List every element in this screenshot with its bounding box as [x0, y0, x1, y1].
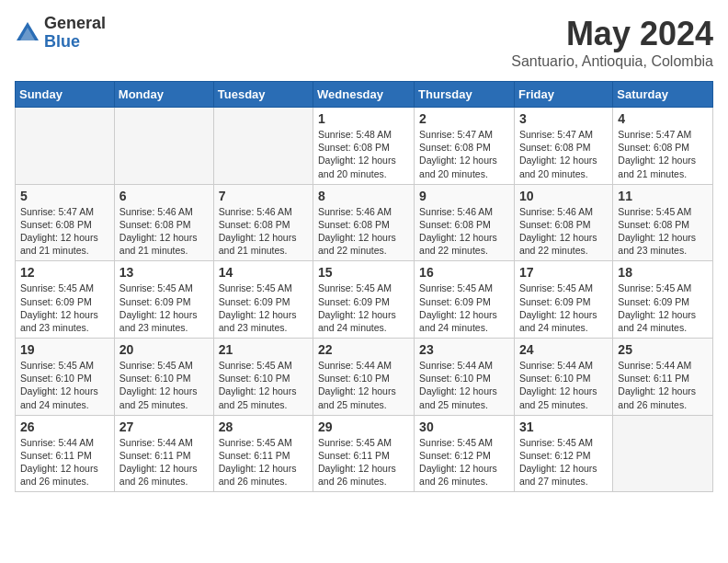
- day-number: 9: [419, 189, 509, 203]
- day-number: 2: [419, 111, 509, 126]
- day-number: 14: [219, 265, 308, 280]
- day-number: 25: [618, 342, 708, 357]
- day-info: Sunrise: 5:47 AM Sunset: 6:08 PM Dayligh…: [519, 128, 608, 180]
- calendar-cell: 3Sunrise: 5:47 AM Sunset: 6:08 PM Daylig…: [514, 108, 612, 185]
- day-number: 13: [119, 265, 209, 280]
- logo: General Blue: [15, 15, 106, 52]
- calendar-cell: 14Sunrise: 5:45 AM Sunset: 6:09 PM Dayli…: [213, 261, 313, 339]
- day-number: 5: [20, 189, 109, 203]
- day-info: Sunrise: 5:48 AM Sunset: 6:08 PM Dayligh…: [318, 128, 409, 180]
- calendar-cell: 9Sunrise: 5:46 AM Sunset: 6:08 PM Daylig…: [415, 184, 515, 261]
- calendar-cell: 7Sunrise: 5:46 AM Sunset: 6:08 PM Daylig…: [213, 184, 313, 261]
- day-number: 21: [219, 342, 308, 357]
- day-info: Sunrise: 5:45 AM Sunset: 6:10 PM Dayligh…: [20, 359, 109, 411]
- day-info: Sunrise: 5:45 AM Sunset: 6:11 PM Dayligh…: [219, 436, 308, 488]
- logo-blue: Blue: [44, 33, 106, 52]
- weekday-header-saturday: Saturday: [613, 82, 713, 108]
- day-info: Sunrise: 5:44 AM Sunset: 6:11 PM Dayligh…: [119, 436, 209, 488]
- day-info: Sunrise: 5:45 AM Sunset: 6:09 PM Dayligh…: [219, 282, 308, 334]
- day-number: 26: [20, 419, 109, 434]
- day-number: 17: [519, 265, 608, 280]
- location-title: Santuario, Antioquia, Colombia: [511, 53, 713, 70]
- calendar-cell: 22Sunrise: 5:44 AM Sunset: 6:10 PM Dayli…: [313, 339, 415, 416]
- day-info: Sunrise: 5:45 AM Sunset: 6:10 PM Dayligh…: [119, 359, 209, 411]
- calendar-cell: 2Sunrise: 5:47 AM Sunset: 6:08 PM Daylig…: [415, 108, 515, 185]
- day-info: Sunrise: 5:45 AM Sunset: 6:11 PM Dayligh…: [318, 436, 409, 488]
- logo-general: General: [44, 15, 106, 33]
- weekday-header-sunday: Sunday: [16, 82, 115, 108]
- day-number: 27: [119, 419, 209, 434]
- calendar-cell: 16Sunrise: 5:45 AM Sunset: 6:09 PM Dayli…: [415, 261, 515, 339]
- day-info: Sunrise: 5:44 AM Sunset: 6:11 PM Dayligh…: [618, 359, 708, 411]
- day-number: 28: [219, 419, 308, 434]
- day-number: 20: [119, 342, 209, 357]
- day-info: Sunrise: 5:46 AM Sunset: 6:08 PM Dayligh…: [519, 205, 608, 258]
- title-area: May 2024 Santuario, Antioquia, Colombia: [511, 15, 713, 70]
- day-number: 22: [318, 342, 409, 357]
- calendar-cell: [213, 108, 313, 185]
- day-info: Sunrise: 5:45 AM Sunset: 6:12 PM Dayligh…: [519, 436, 608, 488]
- calendar-cell: 23Sunrise: 5:44 AM Sunset: 6:10 PM Dayli…: [415, 339, 515, 416]
- calendar-cell: 20Sunrise: 5:45 AM Sunset: 6:10 PM Dayli…: [114, 339, 213, 416]
- week-row-2: 5Sunrise: 5:47 AM Sunset: 6:08 PM Daylig…: [16, 184, 713, 261]
- day-info: Sunrise: 5:44 AM Sunset: 6:10 PM Dayligh…: [519, 359, 608, 411]
- calendar-cell: [613, 415, 713, 492]
- day-number: 12: [20, 265, 109, 280]
- day-number: 29: [318, 419, 409, 434]
- day-info: Sunrise: 5:47 AM Sunset: 6:08 PM Dayligh…: [419, 128, 509, 180]
- calendar-table: SundayMondayTuesdayWednesdayThursdayFrid…: [15, 81, 713, 492]
- calendar-cell: 19Sunrise: 5:45 AM Sunset: 6:10 PM Dayli…: [16, 339, 115, 416]
- calendar-cell: 28Sunrise: 5:45 AM Sunset: 6:11 PM Dayli…: [213, 415, 313, 492]
- day-info: Sunrise: 5:45 AM Sunset: 6:09 PM Dayligh…: [618, 282, 708, 334]
- calendar-cell: 26Sunrise: 5:44 AM Sunset: 6:11 PM Dayli…: [16, 415, 115, 492]
- calendar-cell: 4Sunrise: 5:47 AM Sunset: 6:08 PM Daylig…: [613, 108, 713, 185]
- day-number: 6: [119, 189, 209, 203]
- day-number: 15: [318, 265, 409, 280]
- calendar-cell: 18Sunrise: 5:45 AM Sunset: 6:09 PM Dayli…: [613, 261, 713, 339]
- calendar-cell: 1Sunrise: 5:48 AM Sunset: 6:08 PM Daylig…: [313, 108, 415, 185]
- calendar-cell: 29Sunrise: 5:45 AM Sunset: 6:11 PM Dayli…: [313, 415, 415, 492]
- header: General Blue May 2024 Santuario, Antioqu…: [15, 15, 713, 70]
- day-number: 24: [519, 342, 608, 357]
- day-number: 18: [618, 265, 708, 280]
- day-info: Sunrise: 5:45 AM Sunset: 6:09 PM Dayligh…: [419, 282, 509, 334]
- day-info: Sunrise: 5:45 AM Sunset: 6:12 PM Dayligh…: [419, 436, 509, 488]
- weekday-header-friday: Friday: [514, 82, 612, 108]
- day-number: 30: [419, 419, 509, 434]
- day-number: 10: [519, 189, 608, 203]
- week-row-1: 1Sunrise: 5:48 AM Sunset: 6:08 PM Daylig…: [16, 108, 713, 185]
- weekday-header-wednesday: Wednesday: [313, 82, 415, 108]
- calendar-cell: 8Sunrise: 5:46 AM Sunset: 6:08 PM Daylig…: [313, 184, 415, 261]
- day-number: 3: [519, 111, 608, 126]
- logo-icon: [15, 20, 40, 46]
- day-number: 4: [618, 111, 708, 126]
- day-number: 11: [618, 189, 708, 203]
- calendar-cell: 11Sunrise: 5:45 AM Sunset: 6:08 PM Dayli…: [613, 184, 713, 261]
- day-number: 19: [20, 342, 109, 357]
- calendar-cell: 10Sunrise: 5:46 AM Sunset: 6:08 PM Dayli…: [514, 184, 612, 261]
- day-info: Sunrise: 5:45 AM Sunset: 6:09 PM Dayligh…: [20, 282, 109, 334]
- day-info: Sunrise: 5:45 AM Sunset: 6:10 PM Dayligh…: [219, 359, 308, 411]
- day-info: Sunrise: 5:45 AM Sunset: 6:09 PM Dayligh…: [519, 282, 608, 334]
- day-number: 8: [318, 189, 409, 203]
- month-title: May 2024: [511, 15, 713, 53]
- day-info: Sunrise: 5:44 AM Sunset: 6:10 PM Dayligh…: [419, 359, 509, 411]
- calendar-cell: 21Sunrise: 5:45 AM Sunset: 6:10 PM Dayli…: [213, 339, 313, 416]
- day-info: Sunrise: 5:46 AM Sunset: 6:08 PM Dayligh…: [219, 205, 308, 258]
- week-row-3: 12Sunrise: 5:45 AM Sunset: 6:09 PM Dayli…: [16, 261, 713, 339]
- calendar-cell: 27Sunrise: 5:44 AM Sunset: 6:11 PM Dayli…: [114, 415, 213, 492]
- day-info: Sunrise: 5:46 AM Sunset: 6:08 PM Dayligh…: [419, 205, 509, 258]
- day-info: Sunrise: 5:45 AM Sunset: 6:09 PM Dayligh…: [119, 282, 209, 334]
- day-number: 7: [219, 189, 308, 203]
- day-info: Sunrise: 5:45 AM Sunset: 6:09 PM Dayligh…: [318, 282, 409, 334]
- calendar-cell: 17Sunrise: 5:45 AM Sunset: 6:09 PM Dayli…: [514, 261, 612, 339]
- day-info: Sunrise: 5:45 AM Sunset: 6:08 PM Dayligh…: [618, 205, 708, 258]
- calendar-cell: 31Sunrise: 5:45 AM Sunset: 6:12 PM Dayli…: [514, 415, 612, 492]
- calendar-cell: 5Sunrise: 5:47 AM Sunset: 6:08 PM Daylig…: [16, 184, 115, 261]
- week-row-4: 19Sunrise: 5:45 AM Sunset: 6:10 PM Dayli…: [16, 339, 713, 416]
- day-number: 16: [419, 265, 509, 280]
- day-info: Sunrise: 5:47 AM Sunset: 6:08 PM Dayligh…: [20, 205, 109, 258]
- week-row-5: 26Sunrise: 5:44 AM Sunset: 6:11 PM Dayli…: [16, 415, 713, 492]
- day-info: Sunrise: 5:46 AM Sunset: 6:08 PM Dayligh…: [318, 205, 409, 258]
- calendar-cell: 6Sunrise: 5:46 AM Sunset: 6:08 PM Daylig…: [114, 184, 213, 261]
